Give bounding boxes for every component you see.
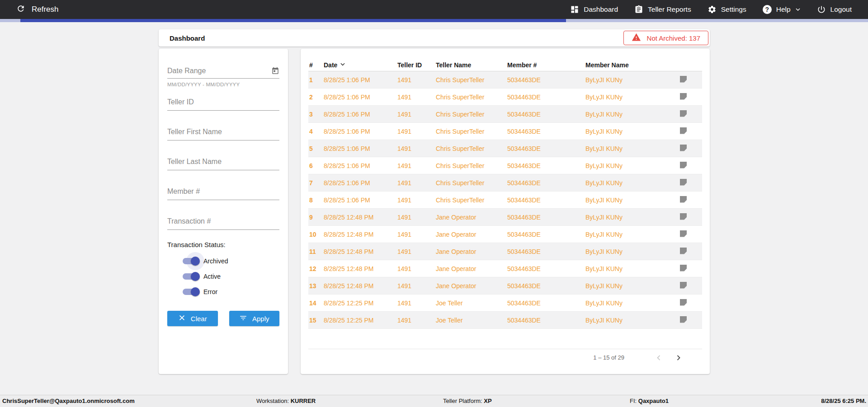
table-row[interactable]: 6 8/28/25 1:06 PM 1491 Chris SuperTeller…: [308, 157, 702, 174]
note-icon[interactable]: [680, 162, 687, 168]
column-header-teller-id[interactable]: Teller ID: [397, 61, 436, 69]
date-range-field[interactable]: Date Range MM/DD/YYYY - MM/DD/YYYY: [167, 67, 279, 98]
table-row[interactable]: 9 8/28/25 12:48 PM 1491 Jane Operator 50…: [308, 209, 702, 226]
cell-date: 8/28/25 1:06 PM: [324, 145, 397, 152]
filter-text-field[interactable]: Teller First Name: [167, 128, 279, 158]
note-icon[interactable]: [680, 316, 687, 323]
cell-row-number: 14: [309, 299, 324, 307]
cell-member-number: 5034463DE: [507, 145, 585, 152]
table-row[interactable]: 8 8/28/25 1:06 PM 1491 Chris SuperTeller…: [308, 192, 702, 209]
note-icon[interactable]: [680, 110, 687, 117]
nav-item-teller-reports[interactable]: Teller Reports: [634, 5, 691, 14]
table-row[interactable]: 14 8/28/25 12:25 PM 1491 Joe Teller 5034…: [308, 295, 702, 312]
paginator: 1 – 15 of 29: [308, 349, 702, 366]
cell-teller-id: 1491: [397, 317, 436, 324]
cell-row-number: 8: [309, 196, 324, 204]
table-row[interactable]: 3 8/28/25 1:06 PM 1491 Chris SuperTeller…: [308, 106, 702, 123]
note-fold: [684, 321, 687, 323]
chevron-down-icon: [795, 7, 801, 12]
table-row[interactable]: 2 8/28/25 1:06 PM 1491 Chris SuperTeller…: [308, 89, 702, 106]
note-icon[interactable]: [680, 213, 687, 220]
cell-member-number: 5034463DE: [507, 94, 585, 101]
cell-teller-name: Jane Operator: [436, 248, 507, 255]
transaction-status-label: Transaction Status:: [167, 241, 279, 248]
cell-teller-id: 1491: [397, 179, 436, 187]
table-row[interactable]: 11 8/28/25 12:48 PM 1491 Jane Operator 5…: [308, 243, 702, 260]
note-fold: [684, 149, 687, 152]
note-icon[interactable]: [680, 282, 687, 289]
not-archived-alert-badge[interactable]: Not Archived: 137: [623, 31, 708, 45]
table-row[interactable]: 4 8/28/25 1:06 PM 1491 Chris SuperTeller…: [308, 123, 702, 140]
note-fold: [684, 269, 687, 272]
pagination-range-label: 1 – 15 of 29: [593, 354, 624, 361]
table-header-row: # Date Teller ID Teller Name Member # Me…: [308, 59, 702, 71]
column-header-member-number[interactable]: Member #: [507, 61, 585, 69]
table-row[interactable]: 13 8/28/25 12:48 PM 1491 Jane Operator 5…: [308, 277, 702, 295]
cell-teller-id: 1491: [397, 231, 436, 238]
column-header-number[interactable]: #: [309, 61, 324, 69]
column-header-teller-name[interactable]: Teller Name: [436, 61, 507, 69]
filter-text-field[interactable]: Member #: [167, 187, 279, 217]
cell-teller-id: 1491: [397, 248, 436, 255]
table-row[interactable]: 7 8/28/25 1:06 PM 1491 Chris SuperTeller…: [308, 174, 702, 192]
cell-row-number: 10: [309, 231, 324, 238]
note-fold: [684, 115, 687, 117]
table-row[interactable]: 15 8/28/25 12:25 PM 1491 Joe Teller 5034…: [308, 312, 702, 329]
nav-label: Dashboard: [584, 5, 618, 14]
close-icon: [178, 314, 186, 323]
previous-page-button[interactable]: [654, 353, 663, 362]
cell-teller-name: Chris SuperTeller: [436, 179, 507, 187]
note-icon[interactable]: [680, 196, 687, 203]
note-fold: [684, 132, 687, 135]
apply-button[interactable]: Apply: [229, 311, 280, 326]
note-icon[interactable]: [680, 93, 687, 100]
nav-item-logout[interactable]: Logout: [817, 5, 852, 14]
cell-teller-id: 1491: [397, 76, 436, 84]
toggle-thumb: [191, 257, 200, 266]
cell-date: 8/28/25 12:25 PM: [324, 317, 397, 324]
nav-item-settings[interactable]: Settings: [708, 5, 746, 14]
table-row[interactable]: 10 8/28/25 12:48 PM 1491 Jane Operator 5…: [308, 226, 702, 243]
column-header-member-name[interactable]: Member Name: [585, 61, 672, 69]
table-row[interactable]: 12 8/28/25 12:48 PM 1491 Jane Operator 5…: [308, 260, 702, 277]
status-item-value: KURRER: [291, 398, 316, 404]
table-row[interactable]: 5 8/28/25 1:06 PM 1491 Chris SuperTeller…: [308, 140, 702, 157]
cell-date: 8/28/25 1:06 PM: [324, 179, 397, 187]
toggle-switch[interactable]: [183, 257, 199, 266]
cell-row-number: 11: [309, 248, 324, 255]
page-header-card: Dashboard Not Archived: 137: [159, 29, 710, 47]
cell-member-name: ByLyJI KUNy: [585, 162, 672, 169]
nav-item-help[interactable]: ? Help: [763, 5, 801, 14]
clear-button[interactable]: Clear: [167, 311, 218, 326]
note-icon[interactable]: [680, 76, 687, 83]
cell-member-number: 5034463DE: [507, 179, 585, 187]
cell-teller-name: Chris SuperTeller: [436, 76, 507, 84]
note-icon[interactable]: [680, 265, 687, 271]
cell-teller-id: 1491: [397, 265, 436, 272]
filter-text-field[interactable]: Teller ID: [167, 98, 279, 128]
table-row[interactable]: 1 8/28/25 1:06 PM 1491 Chris SuperTeller…: [308, 71, 702, 89]
note-icon[interactable]: [680, 299, 687, 306]
nav-item-dashboard[interactable]: Dashboard: [570, 5, 618, 14]
note-icon[interactable]: [680, 127, 687, 134]
filter-fields: Teller ID Teller First Name Teller Last …: [167, 98, 279, 247]
note-icon[interactable]: [680, 230, 687, 237]
toggle-thumb: [191, 287, 200, 296]
note-icon[interactable]: [680, 179, 687, 186]
cell-member-number: 5034463DE: [507, 196, 585, 204]
calendar-icon[interactable]: [271, 67, 279, 77]
note-fold: [684, 304, 687, 306]
cell-member-name: ByLyJI KUNy: [585, 179, 672, 187]
note-icon[interactable]: [680, 145, 687, 151]
toggle-switch[interactable]: [183, 272, 199, 281]
cell-row-number: 1: [309, 76, 324, 84]
cell-member-name: ByLyJI KUNy: [585, 214, 672, 221]
column-header-date[interactable]: Date: [324, 61, 397, 69]
toggle-switch[interactable]: [183, 287, 199, 296]
note-icon[interactable]: [680, 248, 687, 254]
next-page-button[interactable]: [674, 353, 683, 362]
filter-panel: Date Range MM/DD/YYYY - MM/DD/YYYY Telle…: [159, 49, 288, 374]
cell-row-number: 4: [309, 128, 324, 135]
refresh-button[interactable]: Refresh: [16, 4, 59, 15]
filter-text-field[interactable]: Teller Last Name: [167, 158, 279, 187]
